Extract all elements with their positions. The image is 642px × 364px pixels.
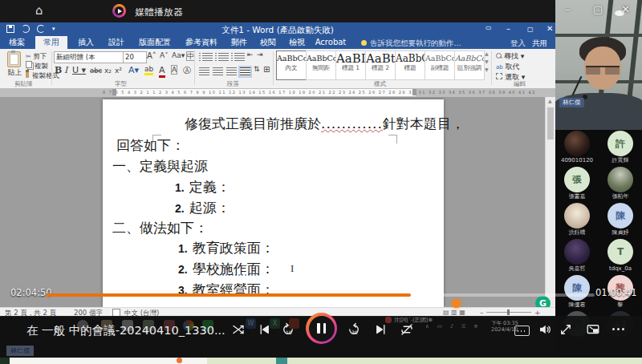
bold-button[interactable]: B: [55, 65, 62, 75]
horizontal-ruler[interactable]: 8 7 6 5 4 3 2 1 1 2 3 4 5 6 7 8 9 10 11 …: [0, 88, 555, 97]
view-mode-icons[interactable]: ▤ ▥ ▦: [443, 309, 465, 316]
participant-tile[interactable]: 張張書嘉: [556, 166, 598, 202]
indent-marker[interactable]: [112, 89, 116, 95]
line-spacing-icon[interactable]: ⇅: [254, 65, 260, 73]
participant-tile[interactable]: 洪鈺晴: [556, 202, 598, 238]
tab-mailings[interactable]: 郵件: [225, 36, 254, 49]
shrink-font-icon[interactable]: A˅: [160, 51, 169, 59]
skip-forward-30-button[interactable]: 30: [347, 322, 361, 337]
shuffle-button[interactable]: [231, 322, 246, 337]
speaker-video[interactable]: 林仁傑: [555, 0, 642, 130]
strikethrough-button[interactable]: abc: [90, 67, 102, 75]
participant-tile[interactable]: 許許黃輝: [599, 130, 641, 166]
underline-button[interactable]: U ▾: [72, 65, 86, 75]
styles-scroll-up-icon[interactable]: ▲: [485, 51, 489, 56]
repeat-off-button[interactable]: [400, 322, 414, 337]
multilevel-list-icon[interactable]: [234, 53, 245, 62]
borders-icon[interactable]: ⊞: [263, 65, 270, 74]
share-button[interactable]: 共用: [532, 38, 547, 49]
paste-button[interactable]: 貼上: [8, 68, 22, 78]
styles-scroll-down-icon[interactable]: ▼: [485, 59, 489, 64]
style-subtle-emphasis[interactable]: AaBbCcD.區別強調: [454, 51, 485, 80]
app-maximize-button[interactable]: ▢: [593, 3, 603, 15]
enclose-characters-icon[interactable]: Ⓐ: [183, 65, 191, 76]
seek-track[interactable]: [46, 293, 595, 297]
participant-tile[interactable]: 張柏年: [599, 166, 641, 202]
doc-line-intro[interactable]: 修復式正義目前推廣於............針對本題目，: [185, 115, 465, 133]
word-maximize-button[interactable]: ▢: [527, 26, 534, 33]
font-name-box[interactable]: 新細明體 (本: [54, 51, 124, 63]
skip-back-10-button[interactable]: 10: [281, 322, 295, 337]
next-track-button[interactable]: [374, 322, 388, 337]
volume-button[interactable]: [538, 322, 552, 337]
tab-home[interactable]: 常用: [35, 36, 67, 49]
align-center-icon[interactable]: [213, 67, 223, 76]
tab-references[interactable]: 參考資料: [178, 36, 225, 49]
app-close-button[interactable]: ✕: [621, 3, 630, 15]
tab-file[interactable]: 檔案: [2, 36, 32, 49]
doc-list-item[interactable]: 2.起源：: [175, 199, 230, 217]
sign-in-button[interactable]: 登入: [510, 38, 526, 49]
character-shading-icon[interactable]: A: [171, 65, 177, 75]
tab-view[interactable]: 檢視: [282, 36, 311, 49]
doc-line-answer[interactable]: 回答如下：: [116, 136, 185, 155]
doc-heading2[interactable]: 二、做法如下：: [112, 219, 208, 237]
replace-button[interactable]: ab 取代: [496, 62, 520, 72]
find-button[interactable]: 尋找 ▾: [496, 51, 524, 62]
right-margin-marker[interactable]: [412, 89, 416, 95]
subscript-button[interactable]: x₂: [104, 67, 112, 75]
font-size-box[interactable]: 20: [123, 51, 147, 63]
italic-button[interactable]: I: [64, 65, 67, 75]
tab-layout[interactable]: 版面配置: [132, 36, 178, 49]
participant-tile[interactable]: 409010120: [556, 130, 598, 166]
word-minimize-button[interactable]: –: [506, 24, 510, 33]
style-subtitle[interactable]: AaBbCcD副標題: [425, 51, 455, 80]
justify-icon[interactable]: [240, 67, 250, 76]
tab-insert[interactable]: 插入: [71, 36, 101, 49]
superscript-button[interactable]: x²: [115, 67, 122, 75]
participant-tile[interactable]: 吳嘉哲: [556, 238, 598, 274]
doc-list-item[interactable]: 2.學校施作面：: [178, 260, 274, 278]
vertical-scrollbar[interactable]: ▲: [545, 97, 555, 307]
style-heading1[interactable]: AaBI標題 1: [335, 51, 366, 80]
paste-icon[interactable]: [7, 51, 21, 67]
fullscreen-button[interactable]: [559, 322, 573, 337]
numbering-icon[interactable]: [218, 53, 229, 62]
font-color-icon[interactable]: A: [159, 65, 165, 78]
align-left-icon[interactable]: [199, 67, 209, 76]
seek-thumb[interactable]: [452, 299, 461, 308]
word-close-button[interactable]: ✕: [547, 24, 553, 33]
tab-review[interactable]: 校閱: [254, 36, 282, 49]
style-normal[interactable]: AaBbCcD內文: [276, 51, 307, 80]
more-options-button[interactable]: [612, 328, 624, 330]
tab-design[interactable]: 設計: [101, 36, 132, 49]
grow-font-icon[interactable]: A˄: [147, 51, 156, 60]
participant-tile[interactable]: Ttdqx_0a: [599, 238, 641, 274]
app-minimize-button[interactable]: –: [565, 3, 571, 15]
zoom-slider-thumb[interactable]: [507, 309, 510, 315]
increase-indent-icon[interactable]: ⇥: [257, 51, 263, 59]
text-effects-icon[interactable]: A▾: [128, 65, 139, 75]
tab-acrobat[interactable]: Acrobat: [311, 36, 350, 49]
previous-track-button[interactable]: [257, 322, 271, 337]
home-icon[interactable]: ⌂: [35, 3, 43, 18]
bullets-icon[interactable]: [202, 53, 213, 62]
participant-tile[interactable]: 陳陳貞妤: [599, 202, 641, 238]
scroll-up-icon[interactable]: ▲: [548, 98, 552, 103]
doc-heading1[interactable]: 一、定義與起源: [112, 157, 208, 176]
style-title[interactable]: AaBbC標題: [395, 51, 425, 80]
style-heading2[interactable]: AaBt標題 2: [365, 51, 396, 80]
touch-keyboard-icon[interactable]: [514, 326, 530, 336]
ribbon-display-options-icon[interactable]: ▭: [486, 24, 492, 31]
change-case-icon[interactable]: Aa▾: [172, 51, 185, 59]
scrollbar-thumb[interactable]: [547, 107, 554, 140]
highlight-color-icon[interactable]: ab: [144, 65, 153, 75]
miniplayer-button[interactable]: [586, 322, 600, 337]
pause-button[interactable]: [306, 313, 337, 344]
doc-list-item[interactable]: 1.定義：: [175, 178, 230, 196]
doc-list-item[interactable]: 1.教育政策面：: [178, 239, 274, 257]
style-no-spacing[interactable]: AaBbCcD無間距: [306, 51, 336, 80]
tell-me-box[interactable]: 告訴我您想要執行的動作...: [370, 38, 461, 49]
decrease-indent-icon[interactable]: ⇤: [247, 51, 254, 59]
styles-gallery-expand-icon[interactable]: ▼: [485, 67, 489, 72]
